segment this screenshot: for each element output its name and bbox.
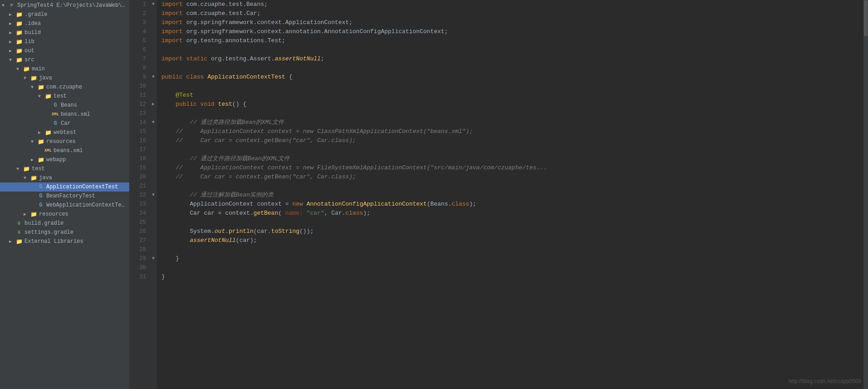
tree-label-WebApplicationContextTest: WebApplicationContextTest — [46, 202, 127, 208]
code-line-18: // 通过文件路径加载Bean的XML文件 — [161, 154, 863, 163]
fold-icon-8 — [150, 64, 157, 73]
sidebar-item-build[interactable]: ▶📁build — [0, 28, 129, 37]
tree-label-resources: resources — [46, 138, 127, 145]
sidebar-item-idea[interactable]: ▶📁.idea — [0, 19, 129, 28]
tree-icon-BeanFactoryTest: G — [37, 192, 44, 200]
sidebar-item-main[interactable]: ▼📁main — [0, 64, 129, 74]
file-tree[interactable]: ▼PSpringTest4 E:\Projects\JavaWeb\Spring… — [0, 0, 129, 389]
line-number-27: 27 — [129, 236, 146, 245]
fold-icon-10 — [150, 82, 157, 91]
line-number-16: 16 — [129, 136, 146, 145]
sidebar-item-resources2[interactable]: ▶📁resources — [0, 210, 129, 219]
tree-label-beans-xml2: beans.xml — [54, 148, 127, 154]
sidebar-item-webtest[interactable]: ▶📁webtest — [0, 128, 129, 137]
sidebar-item-WebApplicationContextTest[interactable]: GWebApplicationContextTest — [0, 201, 129, 210]
tree-icon-resources2: 📁 — [30, 211, 37, 218]
line-number-12: 12 — [129, 100, 146, 109]
tree-icon-test: 📁 — [44, 93, 52, 100]
tree-arrow-test: ▼ — [38, 94, 44, 99]
tree-icon-External Libraries: 📁 — [15, 238, 23, 245]
fold-icon-27 — [150, 236, 157, 245]
line-number-5: 5 — [129, 36, 146, 45]
fold-icon-7 — [150, 54, 157, 64]
tree-arrow-webapp: ▶ — [31, 157, 37, 162]
tree-label-springtest4: SpringTest4 E:\Projects\JavaWeb\SpringTe… — [17, 2, 127, 9]
line-number-29: 29 — [129, 254, 146, 263]
sidebar-item-lib[interactable]: ▶📁lib — [0, 37, 129, 46]
tree-arrow-gradle: ▶ — [9, 12, 15, 17]
code-line-27: assertNotNull(car); — [161, 236, 863, 245]
tree-icon-Beans: G — [52, 102, 59, 109]
tree-label-beans.xml: beans.xml — [61, 111, 127, 118]
code-line-4: import org.springframework.context.annot… — [161, 27, 863, 36]
line-number-4: 4 — [129, 27, 146, 36]
line-number-14: 14 — [129, 118, 146, 127]
tree-label-Beans: Beans — [61, 102, 127, 108]
fold-icon-13 — [150, 109, 157, 118]
line-number-7: 7 — [129, 54, 146, 64]
fold-icon-1[interactable]: ▼ — [150, 0, 157, 9]
sidebar-item-test-folder[interactable]: ▼📁test — [0, 164, 129, 173]
line-number-30: 30 — [129, 263, 146, 272]
code-line-30 — [161, 263, 863, 272]
fold-icon-5 — [150, 36, 157, 45]
sidebar-item-src[interactable]: ▼📁src — [0, 55, 129, 64]
sidebar-item-BeanFactoryTest[interactable]: GBeanFactoryTest — [0, 192, 129, 201]
line-number-19: 19 — [129, 163, 146, 172]
sidebar-item-External Libraries[interactable]: ▶📁External Libraries — [0, 237, 129, 246]
fold-icon-11 — [150, 91, 157, 100]
code-line-8 — [161, 64, 863, 73]
code-line-16: // Car car = context.getBean("car", Car.… — [161, 136, 863, 145]
gutter: ▼▼▶▼▼▼ — [150, 0, 157, 389]
fold-icon-16 — [150, 136, 157, 145]
fold-icon-26 — [150, 227, 157, 236]
tree-arrow-java2: ▼ — [24, 176, 30, 181]
code-line-14: // 通过类路径加载Bean的XML文件 — [161, 118, 863, 127]
sidebar-item-build.gradle[interactable]: Gbuild.gradle — [0, 219, 129, 228]
tree-arrow-resources2: ▶ — [24, 212, 30, 217]
fold-icon-30 — [150, 263, 157, 272]
sidebar-item-java2[interactable]: ▼📁java — [0, 173, 129, 182]
sidebar-item-Car[interactable]: GCar — [0, 119, 129, 128]
sidebar-item-springtest4[interactable]: ▼PSpringTest4 E:\Projects\JavaWeb\Spring… — [0, 1, 129, 10]
fold-icon-22[interactable]: ▼ — [150, 191, 157, 200]
code-line-20: // Car car = context.getBean("car", Car.… — [161, 172, 863, 182]
tree-label-main: main — [32, 66, 127, 72]
line-number-3: 3 — [129, 18, 146, 27]
fold-icon-2 — [150, 9, 157, 18]
tree-label-out: out — [24, 48, 127, 54]
tree-label-External Libraries: External Libraries — [24, 238, 127, 245]
fold-icon-9[interactable]: ▼ — [150, 73, 157, 82]
sidebar-item-out[interactable]: ▶📁out — [0, 46, 129, 55]
sidebar-item-ApplicationContextTest[interactable]: GApplicationContextTest — [0, 182, 129, 192]
line-number-24: 24 — [129, 209, 146, 218]
fold-icon-18 — [150, 154, 157, 163]
fold-icon-12[interactable]: ▶ — [150, 100, 157, 109]
code-line-17 — [161, 145, 863, 154]
fold-icon-28 — [150, 245, 157, 254]
fold-icon-29[interactable]: ▼ — [150, 254, 157, 263]
tree-label-idea: .idea — [24, 20, 127, 27]
sidebar-item-beans-xml2[interactable]: XMLbeans.xml — [0, 146, 129, 155]
sidebar-item-settings.gradle[interactable]: Gsettings.gradle — [0, 228, 129, 237]
code-line-31: } — [161, 272, 863, 281]
sidebar-item-java[interactable]: ▼📁java — [0, 74, 129, 83]
sidebar-item-gradle[interactable]: ▶📁.gradle — [0, 10, 129, 19]
tree-arrow-com.czuaphe: ▼ — [31, 85, 37, 90]
sidebar-item-Beans[interactable]: GBeans — [0, 101, 129, 110]
sidebar-item-test[interactable]: ▼📁test — [0, 92, 129, 101]
sidebar-item-beans.xml[interactable]: XMLbeans.xml — [0, 110, 129, 119]
tree-icon-beans-xml2: XML — [44, 147, 52, 154]
sidebar-item-resources[interactable]: ▼📁resources — [0, 137, 129, 146]
tree-icon-java: 📁 — [30, 74, 37, 82]
sidebar-item-com.czuaphe[interactable]: ▼📁com.czuaphe — [0, 83, 129, 92]
fold-icon-21 — [150, 182, 157, 191]
line-number-1: 1 — [129, 0, 146, 9]
tree-icon-src: 📁 — [15, 56, 23, 64]
tree-icon-build: 📁 — [15, 29, 23, 36]
fold-icon-14[interactable]: ▼ — [150, 118, 157, 127]
sidebar-item-webapp[interactable]: ▶📁webapp — [0, 155, 129, 164]
tree-icon-Car: G — [52, 120, 59, 127]
tree-label-BeanFactoryTest: BeanFactoryTest — [46, 193, 127, 199]
tree-icon-idea: 📁 — [15, 20, 23, 27]
